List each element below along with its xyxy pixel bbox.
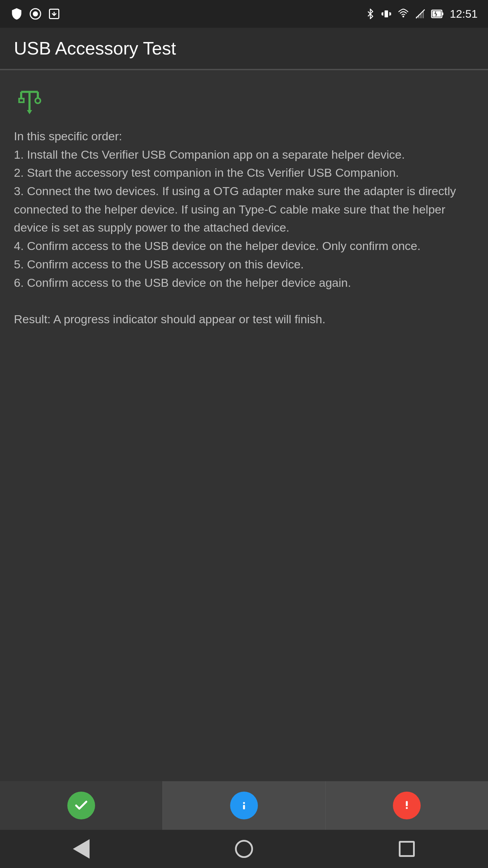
main-content: In this specific order: 1. Install the C… (0, 70, 488, 781)
status-bar-right-icons: 12:51 (365, 8, 478, 20)
time-display: 12:51 (450, 8, 478, 20)
info-button[interactable] (163, 781, 326, 830)
back-button[interactable] (67, 835, 95, 863)
usb-icon (14, 84, 45, 115)
instruction-1: 1. Install the Cts Verifier USB Companio… (14, 145, 474, 164)
lens-icon (29, 8, 42, 20)
svg-point-9 (402, 16, 404, 17)
fail-icon (393, 792, 421, 819)
instruction-2: 2. Start the accessory test companion in… (14, 164, 474, 182)
fail-button[interactable] (326, 781, 488, 830)
wifi-icon (397, 9, 410, 19)
recents-icon (399, 841, 415, 857)
instruction-3: 3. Connect the two devices. If using a O… (14, 182, 474, 237)
svg-rect-32 (406, 801, 408, 806)
svg-point-1 (33, 11, 38, 17)
svg-rect-25 (19, 99, 24, 102)
svg-point-26 (35, 98, 41, 103)
battery-icon (431, 9, 444, 19)
svg-point-31 (406, 807, 408, 809)
bottom-action-bar (0, 781, 488, 830)
svg-rect-16 (442, 12, 443, 15)
result-text: Result: A progress indicator should appe… (14, 310, 474, 328)
svg-marker-27 (27, 110, 32, 114)
vibrate-icon (381, 9, 392, 19)
svg-point-28 (243, 802, 245, 804)
home-button[interactable] (230, 835, 258, 863)
svg-rect-4 (385, 10, 388, 17)
signal-icon (415, 9, 426, 19)
app-title: USB Accessory Test (14, 38, 176, 59)
instruction-5: 5. Confirm access to the USB accessory o… (14, 255, 474, 274)
download-icon (48, 8, 60, 20)
instructions-text: In this specific order: 1. Install the C… (14, 127, 474, 328)
svg-rect-13 (422, 11, 424, 18)
info-icon (230, 792, 258, 819)
instruction-4: 4. Confirm access to the USB device on t… (14, 237, 474, 255)
shield-icon (10, 8, 23, 20)
bluetooth-icon (365, 9, 376, 19)
instruction-intro: In this specific order: (14, 127, 474, 145)
usb-icon-container (14, 84, 474, 117)
svg-rect-29 (243, 805, 245, 809)
home-icon (235, 840, 253, 858)
pass-button[interactable] (0, 781, 163, 830)
status-bar: 12:51 (0, 0, 488, 28)
app-bar: USB Accessory Test (0, 28, 488, 69)
back-icon (73, 839, 90, 859)
status-bar-left-icons (10, 8, 60, 20)
recents-button[interactable] (393, 835, 421, 863)
pass-icon (67, 792, 95, 819)
instruction-6: 6. Confirm access to the USB device on t… (14, 274, 474, 292)
nav-bar (0, 830, 488, 868)
